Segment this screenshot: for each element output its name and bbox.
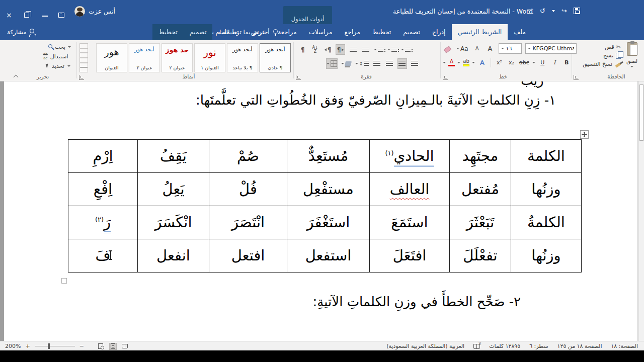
table-cell[interactable]: افتعل (209, 239, 287, 273)
clear-formatting-button[interactable] (443, 43, 452, 54)
restore-icon[interactable] (24, 11, 29, 18)
tab-0[interactable]: الشريط الرئيسي (452, 24, 508, 40)
contextual-tab-1[interactable]: تخطيط (152, 24, 183, 40)
redo-icon[interactable]: ↪ (561, 7, 567, 15)
line-spacing-button[interactable]: ↕ (355, 58, 369, 69)
table-cell[interactable]: الحادي(١) (370, 140, 450, 173)
style-item-4[interactable]: أبجد هوزعنوان ٣ (129, 43, 160, 72)
style-item-1[interactable]: أبجد هوز¶ بلا تباعد (227, 43, 258, 72)
font-color-button[interactable]: A (448, 59, 455, 67)
table-cell[interactable]: فَ (68, 239, 138, 273)
page-of-indicator[interactable]: الصفحة ١٨ من ١٢٥ (557, 343, 602, 349)
align-center-button[interactable] (397, 58, 407, 69)
tab-6[interactable]: مراجعة (272, 24, 303, 40)
table-cell[interactable]: الكلمةُ (511, 206, 582, 239)
show-marks-button[interactable]: ¶ (298, 44, 307, 55)
table-cell[interactable]: صُمْ (209, 140, 287, 173)
justify-button[interactable] (372, 58, 382, 69)
tab-2[interactable]: تصميم (397, 24, 426, 40)
qat-customize-icon[interactable] (527, 10, 533, 14)
clipboard-dialog-launcher[interactable] (574, 75, 579, 80)
table-cell[interactable]: انْتَصَرَ (209, 206, 287, 239)
page-indicator[interactable]: الصفحة: ١٨ (611, 343, 638, 349)
paste-button[interactable]: لصق (623, 42, 641, 67)
cut-button[interactable]: ✂ قص (605, 44, 621, 50)
sort-button[interactable]: A↓Z (310, 44, 320, 55)
text-effects-button[interactable]: A (477, 57, 487, 68)
ltr-paragraph-button[interactable]: ¶ (323, 44, 333, 55)
scrollbar-thumb[interactable] (639, 84, 643, 141)
table-move-handle[interactable] (580, 130, 589, 139)
table-cell[interactable]: اِفْعِ (68, 173, 138, 206)
table-cell[interactable]: انْكَسَرَ (138, 206, 209, 239)
bullets-button[interactable] (400, 44, 411, 55)
save-icon[interactable] (574, 8, 580, 14)
subscript-button[interactable]: x₂ (507, 57, 516, 68)
tab-4[interactable]: مراجع (338, 24, 366, 40)
format-painter-button[interactable]: نسخ التنسيق (583, 61, 621, 67)
table-cell[interactable]: انفعل (138, 239, 209, 273)
tab-8[interactable]: تعليمات (212, 24, 245, 40)
align-left-button[interactable] (385, 58, 394, 69)
bold-button[interactable]: B (562, 57, 572, 68)
multilevel-list-button[interactable] (373, 44, 384, 55)
styles-scroll-down[interactable] (79, 53, 88, 62)
style-item-0[interactable]: أبجد هوز¶ عادي (260, 43, 291, 72)
strikethrough-button[interactable]: abc (519, 57, 530, 68)
decrease-indent-button[interactable] (348, 44, 358, 55)
styles-more-button[interactable] (79, 63, 88, 72)
web-layout-view-button[interactable] (97, 343, 105, 350)
borders-button[interactable] (326, 58, 338, 69)
table-cell[interactable]: اِرْمِ (68, 140, 138, 173)
highlight-dropdown-icon[interactable] (457, 62, 460, 63)
font-dialog-launcher[interactable] (443, 75, 448, 80)
language-indicator[interactable]: العربية (المملكة العربية السعودية) (386, 343, 464, 349)
numbering-button[interactable] (387, 44, 397, 55)
copy-button[interactable]: نسخ (603, 52, 621, 59)
undo-dropdown-icon[interactable] (552, 10, 555, 12)
rtl-paragraph-button[interactable]: ¶ (336, 44, 345, 55)
tab-5[interactable]: مراسلات (303, 24, 339, 40)
contextual-tab-0[interactable]: تصميم (184, 24, 213, 40)
change-case-button[interactable]: Aa (456, 43, 469, 54)
zoom-out-button[interactable]: − (79, 343, 84, 349)
zoom-level[interactable]: 200% (5, 343, 21, 349)
grow-font-button[interactable]: A (486, 43, 495, 54)
zoom-in-button[interactable]: + (25, 343, 30, 349)
ribbon-display-options-icon[interactable] (58, 11, 64, 18)
table-cell[interactable]: استفعل (287, 239, 370, 273)
underline-dropdown-icon[interactable] (532, 62, 535, 63)
text-highlight-button[interactable]: ab (463, 59, 469, 66)
paragraph-dialog-launcher[interactable] (296, 75, 301, 80)
tab-file[interactable]: ملف (508, 24, 532, 40)
table-cell[interactable]: فُلْ (209, 173, 287, 206)
table-cell[interactable]: رَ(٢) (68, 206, 138, 239)
styles-dialog-launcher[interactable] (79, 75, 84, 80)
text-effects-dropdown-icon[interactable] (472, 62, 475, 63)
table-cell[interactable]: افتَعَلَ (370, 239, 450, 273)
read-mode-view-button[interactable] (121, 343, 129, 350)
tab-3[interactable]: تخطيط (366, 24, 397, 40)
shrink-font-button[interactable]: A (472, 43, 482, 54)
table-cell[interactable]: مُستَعِدٌّ (287, 140, 370, 173)
table-cell[interactable]: يَعِلُ (138, 173, 209, 206)
user-avatar[interactable] (74, 6, 85, 17)
table-cell[interactable]: وزنُها (511, 239, 582, 273)
table-cell[interactable]: وزنُها (511, 173, 582, 206)
select-button[interactable]: تحديد (46, 63, 70, 69)
increase-indent-button[interactable] (361, 44, 370, 55)
table-cell[interactable]: مُفتعل (450, 173, 511, 206)
styles-scroll-up[interactable] (79, 43, 88, 53)
table-cell[interactable]: الكلمة (511, 140, 582, 173)
close-icon[interactable]: × (6, 11, 12, 19)
morphology-table[interactable]: الكلمةمجتَهِدالحادي(١)مُستَعِدٌّصُمْيَقِ… (68, 139, 582, 273)
font-color-dropdown-icon[interactable] (443, 62, 446, 63)
zoom-slider[interactable] (35, 346, 75, 346)
share-button[interactable]: مشاركة (7, 24, 34, 40)
minimize-icon[interactable] (42, 11, 48, 17)
find-button[interactable]: بحث (48, 44, 71, 50)
superscript-button[interactable]: x² (495, 57, 504, 68)
tab-1[interactable]: إدراج (426, 24, 452, 40)
print-layout-view-button[interactable] (109, 343, 117, 350)
collapse-ribbon-icon[interactable] (14, 75, 19, 80)
